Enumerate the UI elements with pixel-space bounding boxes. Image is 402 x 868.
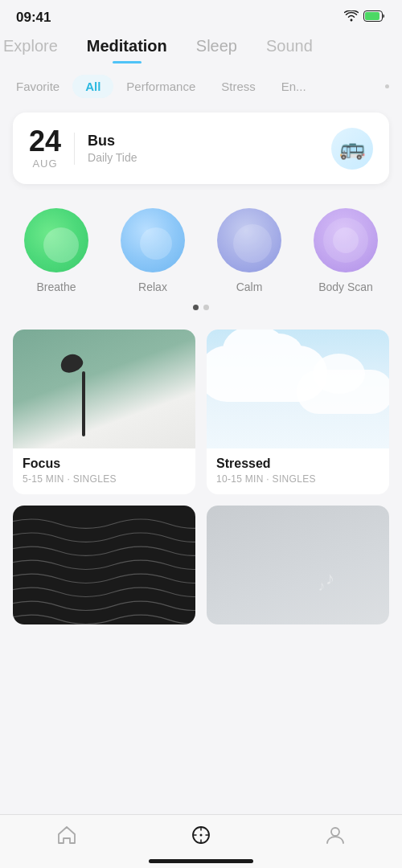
top-navigation: Explore Meditation Sleep Sound (0, 32, 402, 63)
wifi-icon (344, 10, 359, 25)
focus-card-title: Focus (23, 457, 186, 471)
cards-grid: Focus 5-15 MIN · SINGLES Stressed 10-15 … (0, 321, 402, 633)
pagination-dots (13, 305, 389, 310)
filter-tab-stress[interactable]: Stress (208, 75, 269, 98)
nav-item-explore[interactable]: Explore (0, 37, 72, 63)
calm-label: Calm (236, 280, 263, 293)
stressed-card-text: Stressed 10-15 MIN · SINGLES (207, 448, 389, 494)
stressed-card-image (207, 330, 389, 448)
page-dot-2 (203, 305, 209, 310)
nav-item-meditation[interactable]: Meditation (72, 37, 182, 63)
body-scan-label: Body Scan (318, 280, 373, 293)
page-dot-1 (193, 305, 199, 310)
breathe-label: Breathe (36, 280, 76, 293)
home-indicator (149, 859, 253, 863)
nav-item-sleep[interactable]: Sleep (182, 37, 252, 63)
category-breathe[interactable]: Breathe (13, 208, 100, 293)
relax-circle (121, 208, 185, 272)
daily-month: AUG (29, 158, 61, 170)
focus-card-image (13, 330, 195, 448)
daily-illustration: 🚌 (331, 128, 373, 170)
content-card-focus[interactable]: Focus 5-15 MIN · SINGLES (13, 330, 195, 494)
breathe-circle (24, 208, 88, 272)
filter-tabs: Favorite All Performance Stress En... (0, 63, 402, 104)
focus-card-meta: 5-15 MIN · SINGLES (23, 473, 186, 485)
content-card-waves[interactable] (13, 506, 195, 624)
category-body-scan[interactable]: Body Scan (302, 208, 389, 293)
daily-title: Bus (88, 133, 318, 149)
categories-section: Breathe Relax Calm Body Scan (0, 192, 402, 321)
body-scan-circle (314, 208, 378, 272)
cloud-2 (297, 370, 389, 414)
focus-card-text: Focus 5-15 MIN · SINGLES (13, 448, 195, 494)
daily-subtitle: Daily Tide (88, 151, 318, 164)
gray-card-image: ♪ (207, 506, 389, 624)
svg-point-3 (199, 834, 202, 837)
daily-divider (74, 133, 75, 165)
nav-profile-button[interactable] (311, 825, 359, 845)
daily-info: Bus Daily Tide (88, 133, 318, 164)
category-relax[interactable]: Relax (109, 208, 196, 293)
nav-item-sound[interactable]: Sound (252, 37, 318, 63)
daily-day: 24 (29, 127, 61, 156)
status-icons (344, 10, 386, 25)
categories-row: Breathe Relax Calm Body Scan (13, 208, 389, 293)
content-card-stressed[interactable]: Stressed 10-15 MIN · SINGLES (207, 330, 389, 494)
daily-date: 24 AUG (29, 127, 61, 170)
filter-tab-performance[interactable]: Performance (113, 75, 208, 98)
waves-card-image (13, 506, 195, 624)
stressed-card-title: Stressed (216, 457, 379, 471)
daily-card[interactable]: 24 AUG Bus Daily Tide 🚌 (13, 113, 389, 184)
person-icon (325, 825, 346, 845)
status-time: 09:41 (16, 10, 51, 26)
more-indicator (385, 84, 389, 88)
home-icon (56, 825, 77, 845)
stressed-card-meta: 10-15 MIN · SINGLES (216, 473, 379, 485)
calm-circle (217, 208, 281, 272)
music-note-icon: ♪ (318, 578, 326, 595)
filter-tab-all[interactable]: All (72, 75, 113, 98)
nav-compass-button[interactable] (177, 825, 225, 845)
filter-tab-favorite[interactable]: Favorite (13, 75, 72, 98)
nav-home-button[interactable] (43, 825, 91, 845)
status-bar: 09:41 (0, 0, 402, 32)
compass-icon (191, 825, 211, 845)
content-card-gray[interactable]: ♪ (207, 506, 389, 624)
svg-rect-1 (365, 12, 379, 20)
svg-point-4 (331, 828, 339, 836)
category-calm[interactable]: Calm (206, 208, 293, 293)
battery-icon (363, 10, 386, 25)
relax-label: Relax (138, 280, 167, 293)
filter-tab-energy[interactable]: En... (269, 75, 319, 98)
